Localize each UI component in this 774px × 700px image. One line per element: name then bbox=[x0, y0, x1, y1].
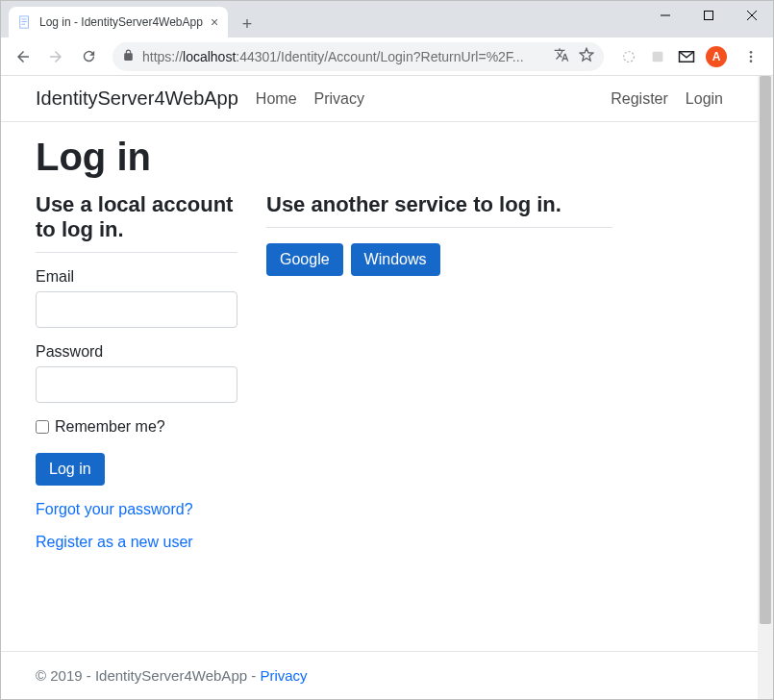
external-provider-google[interactable]: Google bbox=[266, 243, 343, 276]
plus-icon: + bbox=[242, 14, 253, 35]
star-icon[interactable] bbox=[579, 47, 594, 65]
extensions-row: A bbox=[619, 42, 765, 71]
new-tab-button[interactable]: + bbox=[234, 11, 261, 38]
svg-rect-2 bbox=[22, 21, 27, 22]
columns-row: Use a local account to log in. Email Pas… bbox=[36, 192, 723, 551]
extension-icon[interactable] bbox=[619, 47, 638, 66]
nav-link-register[interactable]: Register bbox=[611, 90, 668, 108]
nav-left: IdentityServer4WebApp Home Privacy bbox=[36, 88, 364, 110]
divider bbox=[36, 252, 237, 253]
footer-privacy-link[interactable]: Privacy bbox=[260, 667, 307, 684]
extension-icon[interactable] bbox=[648, 47, 667, 66]
tab-title: Log in - IdentityServer4WebApp bbox=[39, 15, 203, 29]
close-window-button[interactable] bbox=[730, 1, 773, 30]
divider bbox=[266, 227, 612, 228]
nav-link-privacy[interactable]: Privacy bbox=[314, 90, 364, 108]
brand-link[interactable]: IdentityServer4WebApp bbox=[36, 88, 238, 110]
nav-link-login[interactable]: Login bbox=[686, 90, 723, 108]
menu-button[interactable] bbox=[737, 42, 765, 71]
page-title: Log in bbox=[36, 136, 723, 179]
login-button[interactable]: Log in bbox=[36, 453, 105, 486]
svg-point-10 bbox=[750, 51, 753, 54]
main-container: Log in Use a local account to log in. Em… bbox=[1, 122, 758, 651]
window-controls bbox=[643, 1, 773, 30]
nav-link-home[interactable]: Home bbox=[256, 90, 297, 108]
avatar[interactable]: A bbox=[706, 46, 727, 67]
browser-chrome: Log in - IdentityServer4WebApp × + bbox=[1, 1, 773, 76]
lock-icon bbox=[122, 49, 135, 64]
local-login-heading: Use a local account to log in. bbox=[36, 192, 237, 242]
url-prefix: https:// bbox=[142, 49, 183, 64]
tab-strip: Log in - IdentityServer4WebApp × + bbox=[1, 1, 261, 38]
remember-checkbox[interactable] bbox=[36, 420, 49, 434]
translate-icon[interactable] bbox=[554, 47, 569, 65]
external-login-heading: Use another service to log in. bbox=[266, 192, 612, 217]
svg-rect-1 bbox=[22, 19, 27, 20]
browser-toolbar: https://localhost:44301/Identity/Account… bbox=[1, 38, 773, 76]
forward-button[interactable] bbox=[41, 42, 70, 71]
email-input[interactable] bbox=[36, 291, 237, 328]
external-provider-windows[interactable]: Windows bbox=[351, 243, 440, 276]
viewport: IdentityServer4WebApp Home Privacy Regis… bbox=[1, 76, 773, 699]
svg-rect-9 bbox=[653, 51, 663, 62]
email-group: Email bbox=[36, 268, 237, 328]
scrollbar-thumb[interactable] bbox=[760, 76, 771, 624]
remember-check: Remember me? bbox=[36, 418, 237, 436]
svg-point-11 bbox=[750, 55, 753, 58]
minimize-button[interactable] bbox=[643, 1, 687, 30]
navbar: IdentityServer4WebApp Home Privacy Regis… bbox=[1, 76, 758, 122]
browser-tab[interactable]: Log in - IdentityServer4WebApp × bbox=[9, 7, 228, 38]
avatar-initial: A bbox=[712, 50, 721, 63]
remember-label: Remember me? bbox=[55, 418, 165, 436]
reload-button[interactable] bbox=[74, 42, 103, 71]
back-button[interactable] bbox=[9, 42, 37, 71]
register-new-user-link[interactable]: Register as a new user bbox=[36, 534, 193, 551]
svg-point-8 bbox=[624, 51, 635, 62]
email-label: Email bbox=[36, 268, 237, 286]
external-login-column: Use another service to log in. Google Wi… bbox=[266, 192, 612, 551]
maximize-button[interactable] bbox=[687, 1, 730, 30]
svg-point-12 bbox=[750, 60, 753, 62]
close-icon[interactable]: × bbox=[211, 14, 218, 30]
nav-right: Register Login bbox=[611, 90, 723, 108]
address-bar[interactable]: https://localhost:44301/Identity/Account… bbox=[112, 42, 604, 71]
external-provider-row: Google Windows bbox=[266, 243, 612, 276]
svg-rect-3 bbox=[22, 24, 26, 25]
password-label: Password bbox=[36, 343, 237, 361]
password-input[interactable] bbox=[36, 366, 237, 403]
vertical-scrollbar[interactable] bbox=[758, 76, 773, 699]
page-footer: © 2019 - IdentityServer4WebApp - Privacy bbox=[1, 651, 758, 699]
titlebar: Log in - IdentityServer4WebApp × + bbox=[1, 1, 773, 38]
password-group: Password bbox=[36, 343, 237, 403]
local-login-column: Use a local account to log in. Email Pas… bbox=[36, 192, 237, 551]
url-text: https://localhost:44301/Identity/Account… bbox=[142, 49, 546, 64]
forgot-password-link[interactable]: Forgot your password? bbox=[36, 501, 193, 518]
url-host: localhost bbox=[183, 49, 236, 64]
svg-rect-5 bbox=[704, 12, 712, 20]
omnibox-actions bbox=[554, 47, 594, 65]
page: IdentityServer4WebApp Home Privacy Regis… bbox=[1, 76, 758, 699]
tab-favicon-icon bbox=[18, 15, 32, 29]
gmail-icon[interactable] bbox=[677, 47, 696, 66]
url-rest: :44301/Identity/Account/Login?ReturnUrl=… bbox=[236, 49, 523, 64]
footer-text: © 2019 - IdentityServer4WebApp - bbox=[36, 667, 260, 684]
